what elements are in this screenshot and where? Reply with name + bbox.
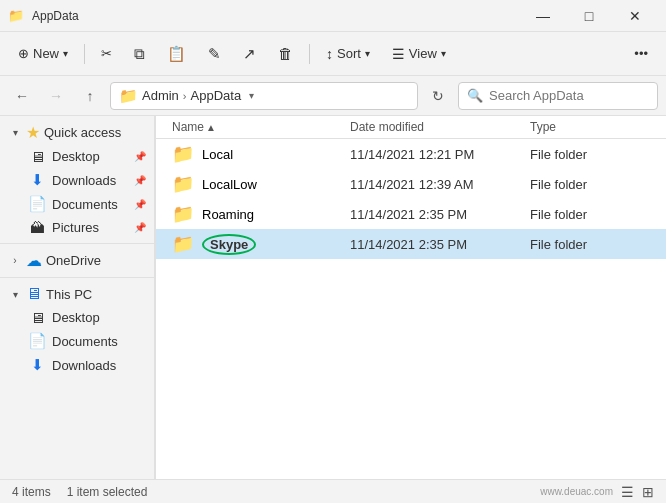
column-date[interactable]: Date modified (350, 120, 530, 134)
forward-button[interactable]: → (42, 82, 70, 110)
quick-access-star-icon: ★ (26, 123, 40, 142)
table-row[interactable]: 📁 LocalLow 11/14/2021 12:39 AM File fold… (156, 169, 666, 199)
view-dropdown-icon: ▾ (441, 48, 446, 59)
new-icon: ⊕ (18, 46, 29, 61)
new-button[interactable]: ⊕ New ▾ (8, 38, 78, 70)
pin-icon: 📌 (134, 151, 146, 162)
app-icon: 📁 (8, 8, 24, 24)
view-toggle-list[interactable]: ☰ (621, 484, 634, 500)
quick-access-header[interactable]: ▾ ★ Quick access (0, 120, 154, 145)
minimize-button[interactable]: — (520, 0, 566, 32)
sidebar-item-downloads-quick[interactable]: ⬇ Downloads 📌 (0, 168, 154, 192)
sort-button[interactable]: ↕ Sort ▾ (316, 38, 380, 70)
path-admin: Admin (142, 88, 179, 103)
rename-icon: ✎ (208, 45, 221, 63)
pin-icon-pictures: 📌 (134, 222, 146, 233)
toolbar-separator-1 (84, 44, 85, 64)
folder-icon-locallow: 📁 (172, 173, 194, 195)
path-appdata: AppData (191, 88, 242, 103)
copy-button[interactable]: ⧉ (124, 38, 155, 70)
path-chevron-1: › (183, 90, 187, 102)
downloads-icon: ⬇ (28, 171, 46, 189)
downloads-label: Downloads (52, 173, 128, 188)
onedrive-icon: ☁ (26, 251, 42, 270)
more-icon: ••• (634, 46, 648, 61)
folder-icon-skype: 📁 (172, 233, 194, 255)
skype-highlight: Skype (202, 234, 256, 255)
pc-downloads-icon: ⬇ (28, 356, 46, 374)
file-date-roaming: 11/14/2021 2:35 PM (350, 207, 530, 222)
window-title: AppData (32, 9, 79, 23)
table-row[interactable]: 📁 Local 11/14/2021 12:21 PM File folder (156, 139, 666, 169)
pc-documents-icon: 📄 (28, 332, 46, 350)
paste-button[interactable]: 📋 (157, 38, 196, 70)
sidebar-divider-1 (0, 243, 154, 244)
watermark: www.deuac.com (540, 486, 613, 497)
back-button[interactable]: ← (8, 82, 36, 110)
title-bar: 📁 AppData — □ ✕ (0, 0, 666, 32)
search-input[interactable] (489, 88, 649, 103)
file-type-local: File folder (530, 147, 650, 162)
sidebar-item-documents-quick[interactable]: 📄 Documents 📌 (0, 192, 154, 216)
new-dropdown-icon: ▾ (63, 48, 68, 59)
more-button[interactable]: ••• (624, 38, 658, 70)
share-button[interactable]: ↗ (233, 38, 266, 70)
pin-icon-documents: 📌 (134, 199, 146, 210)
main-layout: ▾ ★ Quick access 🖥 Desktop 📌 ⬇ Downloads… (0, 116, 666, 479)
search-box[interactable]: 🔍 (458, 82, 658, 110)
copy-icon: ⧉ (134, 45, 145, 63)
address-path[interactable]: 📁 Admin › AppData ▾ (110, 82, 418, 110)
file-date-skype: 11/14/2021 2:35 PM (350, 237, 530, 252)
pc-downloads-label: Downloads (52, 358, 146, 373)
onedrive-section: › ☁ OneDrive (0, 248, 154, 273)
rename-button[interactable]: ✎ (198, 38, 231, 70)
sidebar-item-documents-pc[interactable]: 📄 Documents (0, 329, 154, 353)
cut-icon: ✂ (101, 46, 112, 61)
file-date-local: 11/14/2021 12:21 PM (350, 147, 530, 162)
desktop-label: Desktop (52, 149, 128, 164)
onedrive-label: OneDrive (46, 253, 101, 268)
sidebar-item-desktop-quick[interactable]: 🖥 Desktop 📌 (0, 145, 154, 168)
quick-access-section: ▾ ★ Quick access 🖥 Desktop 📌 ⬇ Downloads… (0, 120, 154, 239)
file-type-locallow: File folder (530, 177, 650, 192)
selection-status: 1 item selected (67, 485, 148, 499)
sidebar-item-downloads-pc[interactable]: ⬇ Downloads (0, 353, 154, 377)
share-icon: ↗ (243, 45, 256, 63)
close-button[interactable]: ✕ (612, 0, 658, 32)
folder-icon-roaming: 📁 (172, 203, 194, 225)
paste-icon: 📋 (167, 45, 186, 63)
view-toggle-grid[interactable]: ⊞ (642, 484, 654, 500)
sidebar: ▾ ★ Quick access 🖥 Desktop 📌 ⬇ Downloads… (0, 116, 155, 479)
status-bar: 4 items 1 item selected www.deuac.com ☰ … (0, 479, 666, 503)
this-pc-label: This PC (46, 287, 92, 302)
file-type-skype: File folder (530, 237, 650, 252)
column-type[interactable]: Type (530, 120, 650, 134)
path-folder-icon: 📁 (119, 87, 138, 105)
pc-desktop-icon: 🖥 (28, 309, 46, 326)
file-header: Name ▲ Date modified Type (156, 116, 666, 139)
file-name-locallow: LocalLow (202, 177, 257, 192)
up-button[interactable]: ↑ (76, 82, 104, 110)
view-button[interactable]: ☰ View ▾ (382, 38, 456, 70)
column-name[interactable]: Name ▲ (172, 120, 350, 134)
address-bar: ← → ↑ 📁 Admin › AppData ▾ ↻ 🔍 (0, 76, 666, 116)
pin-icon-downloads: 📌 (134, 175, 146, 186)
documents-icon: 📄 (28, 195, 46, 213)
sidebar-item-desktop-pc[interactable]: 🖥 Desktop (0, 306, 154, 329)
table-row[interactable]: 📁 Roaming 11/14/2021 2:35 PM File folder (156, 199, 666, 229)
table-row[interactable]: 📁 Skype 11/14/2021 2:35 PM File folder (156, 229, 666, 259)
refresh-button[interactable]: ↻ (424, 82, 452, 110)
sidebar-item-pictures-quick[interactable]: 🏔 Pictures 📌 (0, 216, 154, 239)
maximize-button[interactable]: □ (566, 0, 612, 32)
pictures-icon: 🏔 (28, 219, 46, 236)
file-date-locallow: 11/14/2021 12:39 AM (350, 177, 530, 192)
view-icon: ☰ (392, 46, 405, 62)
this-pc-section: ▾ 🖥 This PC 🖥 Desktop 📄 Documents ⬇ Down… (0, 282, 154, 377)
onedrive-header[interactable]: › ☁ OneDrive (0, 248, 154, 273)
cut-button[interactable]: ✂ (91, 38, 122, 70)
this-pc-header[interactable]: ▾ 🖥 This PC (0, 282, 154, 306)
sidebar-divider-2 (0, 277, 154, 278)
file-area: Name ▲ Date modified Type 📁 Local 11/14/… (156, 116, 666, 479)
delete-button[interactable]: 🗑 (268, 38, 303, 70)
path-dropdown-icon[interactable]: ▾ (249, 90, 254, 101)
